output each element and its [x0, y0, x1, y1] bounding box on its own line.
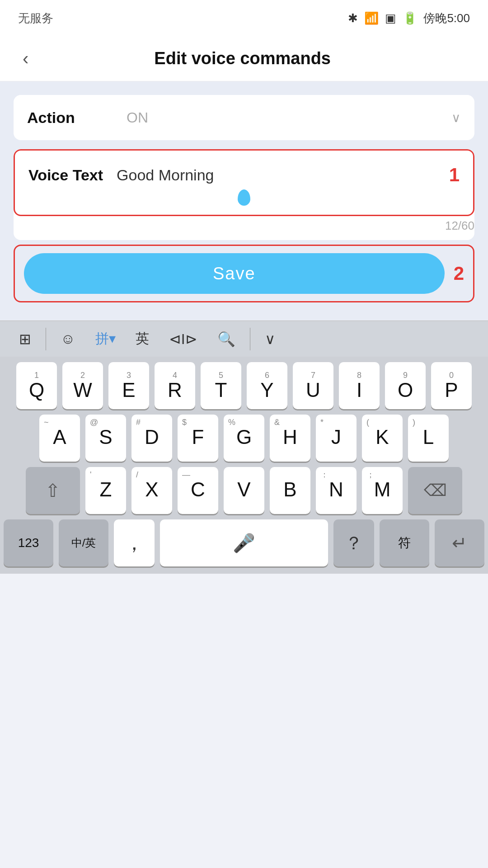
chevron-down-icon[interactable]: ∨	[451, 110, 461, 125]
toolbar-divider-2	[250, 328, 250, 350]
key-n[interactable]: ： N	[316, 467, 357, 514]
cursor-drop-area	[28, 186, 460, 215]
search-keyboard-button[interactable]: 🔍	[207, 323, 245, 355]
key-b[interactable]: B	[270, 467, 310, 514]
key-u[interactable]: 7 U	[293, 362, 333, 409]
key-x[interactable]: / X	[131, 467, 172, 514]
key-h[interactable]: & H	[270, 415, 310, 462]
keyboard-row-1: 1 Q 2 W 3 E 4 R 5 T 6 Y 7 U 8 I	[4, 362, 484, 409]
key-f[interactable]: $ F	[178, 415, 218, 462]
action-value: ON	[117, 109, 451, 126]
back-button[interactable]: ‹	[18, 44, 33, 73]
english-button[interactable]: 英	[126, 323, 159, 355]
key-comma[interactable]: ，	[114, 519, 155, 566]
key-lang[interactable]: 中/英	[59, 519, 108, 566]
status-right: ✱ 📶 ▣ 🔋 傍晚5:00	[348, 10, 470, 26]
key-z[interactable]: ' Z	[85, 467, 126, 514]
header: ‹ Edit voice commands	[0, 36, 488, 81]
save-badge: 2	[454, 263, 464, 284]
key-sym[interactable]: 符	[380, 519, 429, 566]
key-s[interactable]: @ S	[85, 415, 126, 462]
char-count: 12/60	[14, 216, 474, 240]
enter-icon	[452, 533, 467, 553]
mic-icon: 🎤	[233, 533, 255, 554]
key-t[interactable]: 5 T	[201, 362, 241, 409]
key-p[interactable]: 0 P	[431, 362, 472, 409]
handwriting-button[interactable]: ⊲I⊳	[159, 323, 207, 355]
keyboard-row-2: ~ A @ S # D $ F % G & H * J ( K	[4, 415, 484, 462]
voice-text-card: Voice Text 1 12/60	[14, 149, 474, 240]
key-c[interactable]: — C	[178, 467, 218, 514]
shift-icon	[45, 480, 61, 501]
toolbar-divider-1	[46, 328, 46, 350]
key-w[interactable]: 2 W	[62, 362, 103, 409]
main-content: Action ON ∨ Voice Text 1 12/60 Save 2	[0, 81, 488, 321]
voice-text-input[interactable]	[117, 166, 440, 184]
key-d[interactable]: # D	[131, 415, 172, 462]
key-q[interactable]: 1 Q	[16, 362, 57, 409]
bluetooth-icon: ✱	[348, 11, 358, 25]
sim-icon: ▣	[385, 11, 396, 25]
voice-text-badge: 1	[449, 164, 460, 186]
time-label: 傍晚5:00	[423, 10, 470, 26]
action-card[interactable]: Action ON ∨	[14, 95, 474, 140]
collapse-keyboard-button[interactable]: ∨	[255, 323, 285, 355]
backspace-icon	[424, 481, 447, 500]
text-cursor-drop-handle	[238, 189, 250, 206]
keyboard-toolbar: ⊞ ☺ 拼▾ 英 ⊲I⊳ 🔍 ∨	[0, 321, 488, 357]
page-title: Edit voice commands	[42, 49, 443, 68]
wifi-icon: 📶	[364, 11, 379, 25]
key-g[interactable]: % G	[224, 415, 264, 462]
action-label: Action	[27, 109, 117, 127]
battery-icon: 🔋	[403, 11, 417, 25]
no-service-label: 无服务	[18, 10, 53, 26]
key-question[interactable]: ？	[333, 519, 374, 566]
key-m[interactable]: ； M	[362, 467, 403, 514]
backspace-key[interactable]	[408, 467, 462, 514]
emoji-button[interactable]: ☺	[51, 323, 85, 355]
shift-key[interactable]	[26, 467, 80, 514]
key-l[interactable]: ) L	[408, 415, 449, 462]
key-r[interactable]: 4 R	[155, 362, 195, 409]
space-key[interactable]: 🎤	[160, 519, 328, 566]
status-bar: 无服务 ✱ 📶 ▣ 🔋 傍晚5:00	[0, 0, 488, 36]
pinyin-button[interactable]: 拼▾	[85, 323, 126, 355]
key-j[interactable]: * J	[316, 415, 357, 462]
key-i[interactable]: 8 I	[339, 362, 380, 409]
enter-key[interactable]	[435, 519, 484, 566]
voice-text-row: Voice Text 1	[28, 164, 460, 186]
key-a[interactable]: ~ A	[39, 415, 80, 462]
voice-text-inner: Voice Text 1	[14, 149, 474, 216]
voice-text-label: Voice Text	[28, 166, 103, 184]
key-y[interactable]: 6 Y	[247, 362, 287, 409]
keyboard-row-3: ' Z / X — C V B ： N ； M	[4, 467, 484, 514]
keyboard: 1 Q 2 W 3 E 4 R 5 T 6 Y 7 U 8 I	[0, 357, 488, 574]
grid-icon-button[interactable]: ⊞	[9, 323, 41, 355]
key-k[interactable]: ( K	[362, 415, 403, 462]
keyboard-row-4: 123 中/英 ， 🎤 ？ 符	[4, 519, 484, 574]
key-e[interactable]: 3 E	[108, 362, 149, 409]
key-v[interactable]: V	[224, 467, 264, 514]
key-123[interactable]: 123	[4, 519, 53, 566]
key-o[interactable]: 9 O	[385, 362, 426, 409]
save-button[interactable]: Save	[24, 253, 445, 294]
save-area: Save 2	[14, 245, 474, 302]
